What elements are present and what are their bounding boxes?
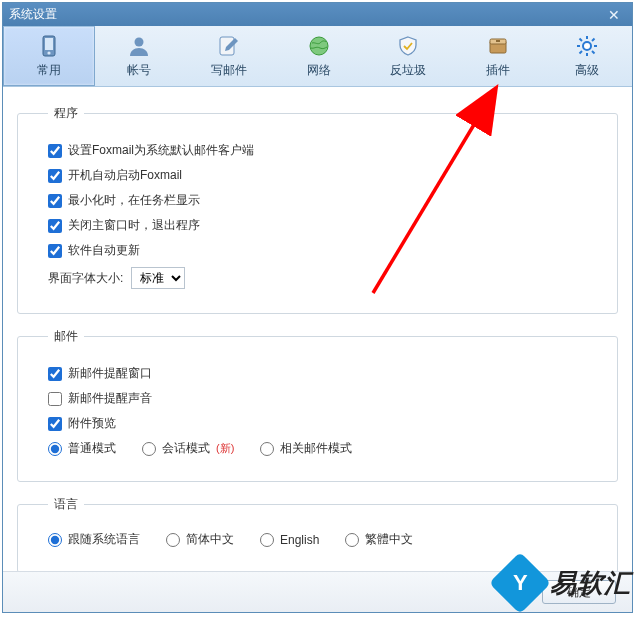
checkbox-label: 新邮件提醒声音 — [68, 390, 152, 407]
radio-label: English — [280, 533, 319, 547]
tab-account[interactable]: 帐号 — [95, 26, 185, 86]
tab-compose[interactable]: 写邮件 — [184, 26, 274, 86]
checkbox-row[interactable]: 开机自动启动Foxmail — [48, 167, 182, 184]
close-icon: ✕ — [608, 7, 620, 23]
mail-mode-radios: 普通模式 会话模式 (新) 相关邮件模式 — [48, 440, 603, 457]
radio-traditional-chinese[interactable]: 繁體中文 — [345, 531, 413, 548]
tab-label: 高级 — [575, 62, 599, 79]
radio-label: 相关邮件模式 — [280, 440, 352, 457]
tab-network[interactable]: 网络 — [274, 26, 364, 86]
language-radios: 跟随系统语言 简体中文 English 繁體中文 — [48, 531, 603, 548]
toolbar: 常用 帐号 写邮件 网络 反垃圾 — [3, 26, 632, 87]
checkbox-row[interactable]: 软件自动更新 — [48, 242, 140, 259]
footer: 确定 — [3, 571, 632, 612]
svg-point-3 — [135, 37, 144, 46]
svg-rect-1 — [45, 38, 53, 50]
radio-input[interactable] — [260, 442, 274, 456]
svg-point-9 — [583, 42, 591, 50]
tab-label: 反垃圾 — [390, 62, 426, 79]
tab-label: 网络 — [307, 62, 331, 79]
tab-label: 常用 — [37, 62, 61, 79]
checkbox-attachment-preview[interactable] — [48, 417, 62, 431]
group-language-title: 语言 — [48, 496, 84, 513]
radio-simplified-chinese[interactable]: 简体中文 — [166, 531, 234, 548]
tab-plugin[interactable]: 插件 — [453, 26, 543, 86]
network-icon — [307, 34, 331, 58]
radio-conversation-mode[interactable]: 会话模式 (新) — [142, 440, 234, 457]
radio-normal-mode[interactable]: 普通模式 — [48, 440, 116, 457]
checkbox-label: 关闭主窗口时，退出程序 — [68, 217, 200, 234]
group-program-title: 程序 — [48, 105, 84, 122]
tab-label: 帐号 — [127, 62, 151, 79]
radio-input[interactable] — [48, 533, 62, 547]
radio-label: 简体中文 — [186, 531, 234, 548]
gear-icon — [575, 34, 599, 58]
radio-input[interactable] — [166, 533, 180, 547]
checkbox-row[interactable]: 新邮件提醒声音 — [48, 390, 152, 407]
tab-antispam[interactable]: 反垃圾 — [363, 26, 453, 86]
tab-advanced[interactable]: 高级 — [542, 26, 632, 86]
svg-point-2 — [47, 51, 50, 54]
fontsize-label: 界面字体大小: — [48, 270, 123, 287]
svg-point-5 — [310, 37, 328, 55]
settings-window: 系统设置 ✕ 常用 帐号 写邮件 网络 — [2, 2, 633, 613]
tab-general[interactable]: 常用 — [3, 26, 95, 86]
titlebar: 系统设置 ✕ — [3, 3, 632, 26]
radio-label: 繁體中文 — [365, 531, 413, 548]
new-tag: (新) — [216, 441, 234, 456]
svg-line-14 — [580, 38, 583, 41]
general-icon — [37, 34, 61, 58]
checkbox-auto-update[interactable] — [48, 244, 62, 258]
checkbox-row[interactable]: 附件预览 — [48, 415, 116, 432]
checkbox-minimize-tray[interactable] — [48, 194, 62, 208]
checkbox-label: 最小化时，在任务栏显示 — [68, 192, 200, 209]
plugin-icon — [486, 34, 510, 58]
radio-input[interactable] — [142, 442, 156, 456]
checkbox-label: 设置Foxmail为系统默认邮件客户端 — [68, 142, 254, 159]
group-language: 语言 跟随系统语言 简体中文 English 繁體中文 — [17, 496, 618, 571]
radio-follow-system[interactable]: 跟随系统语言 — [48, 531, 140, 548]
checkbox-row[interactable]: 最小化时，在任务栏显示 — [48, 192, 200, 209]
group-mail-title: 邮件 — [48, 328, 84, 345]
checkbox-default-client[interactable] — [48, 144, 62, 158]
checkbox-close-exit[interactable] — [48, 219, 62, 233]
close-button[interactable]: ✕ — [602, 3, 626, 27]
checkbox-label: 软件自动更新 — [68, 242, 140, 259]
shield-icon — [396, 34, 420, 58]
radio-related-mode[interactable]: 相关邮件模式 — [260, 440, 352, 457]
checkbox-row[interactable]: 关闭主窗口时，退出程序 — [48, 217, 200, 234]
radio-label: 普通模式 — [68, 440, 116, 457]
radio-input[interactable] — [48, 442, 62, 456]
svg-line-17 — [580, 51, 583, 54]
svg-line-15 — [592, 51, 595, 54]
group-mail: 邮件 新邮件提醒窗口 新邮件提醒声音 附件预览 普通模式 — [17, 328, 618, 482]
radio-input[interactable] — [260, 533, 274, 547]
ok-button[interactable]: 确定 — [542, 580, 616, 604]
group-program: 程序 设置Foxmail为系统默认邮件客户端 开机自动启动Foxmail 最小化… — [17, 105, 618, 314]
account-icon — [127, 34, 151, 58]
content-area: 程序 设置Foxmail为系统默认邮件客户端 开机自动启动Foxmail 最小化… — [3, 87, 632, 571]
tab-label: 写邮件 — [211, 62, 247, 79]
fontsize-select[interactable]: 标准 — [131, 267, 185, 289]
radio-label: 会话模式 — [162, 440, 210, 457]
checkbox-autostart[interactable] — [48, 169, 62, 183]
checkbox-label: 附件预览 — [68, 415, 116, 432]
checkbox-row[interactable]: 新邮件提醒窗口 — [48, 365, 152, 382]
checkbox-label: 新邮件提醒窗口 — [68, 365, 152, 382]
checkbox-row[interactable]: 设置Foxmail为系统默认邮件客户端 — [48, 142, 254, 159]
window-title: 系统设置 — [9, 6, 57, 23]
compose-icon — [217, 34, 241, 58]
svg-line-16 — [592, 38, 595, 41]
svg-rect-8 — [496, 40, 500, 42]
checkbox-label: 开机自动启动Foxmail — [68, 167, 182, 184]
checkbox-notify-window[interactable] — [48, 367, 62, 381]
checkbox-notify-sound[interactable] — [48, 392, 62, 406]
radio-input[interactable] — [345, 533, 359, 547]
tab-label: 插件 — [486, 62, 510, 79]
radio-english[interactable]: English — [260, 533, 319, 547]
radio-label: 跟随系统语言 — [68, 531, 140, 548]
